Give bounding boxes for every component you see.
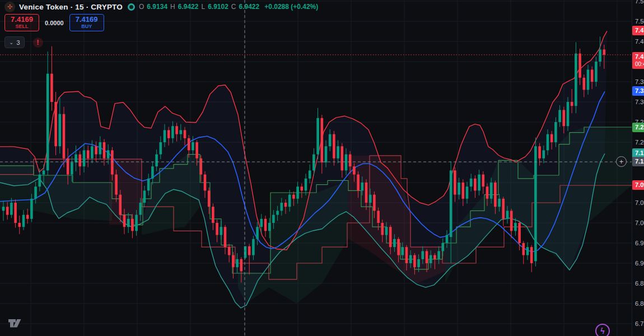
chart-tools: ⌄ 3 ! <box>4 36 43 48</box>
candle-body <box>498 199 501 207</box>
candle-body <box>200 158 203 175</box>
candle-body <box>195 142 198 158</box>
candle-body <box>67 158 69 175</box>
crosshair-label: 7.1514 <box>632 157 644 166</box>
candle-body <box>316 118 319 155</box>
candle-body <box>155 155 158 167</box>
candle-body <box>135 215 138 231</box>
candle-body <box>164 130 166 142</box>
candle-body <box>405 247 408 263</box>
candle-body <box>171 126 174 138</box>
axis-tick: 7.30 <box>635 99 644 105</box>
ohlc-high-value: 6.9422 <box>178 3 199 11</box>
candle-body <box>341 146 344 170</box>
candle-body <box>63 114 66 158</box>
candle-body <box>99 142 102 155</box>
candle-body <box>18 223 21 227</box>
trade-panel: 7.4169 SELL 0.0000 7.4169 BUY <box>4 14 104 31</box>
candle-body <box>71 162 73 175</box>
candle-body <box>296 186 299 199</box>
candle-body <box>39 175 41 187</box>
axis-tick: 6.95 <box>635 240 644 246</box>
object-count: 3 <box>16 39 20 46</box>
candle-body <box>228 247 231 255</box>
chart-canvas[interactable] <box>0 0 644 336</box>
candle-body <box>442 243 445 251</box>
candle-body <box>437 251 440 259</box>
candle-body <box>30 199 33 219</box>
sell-button[interactable]: 7.4169 SELL <box>4 14 39 31</box>
price-axis[interactable]: 7.557.507.457.407.357.307.257.207.157.10… <box>632 0 644 336</box>
ohlc-readout: O 6.9134 H 6.9422 L 6.9102 C 6.9422 <box>139 3 259 11</box>
candle-countdown: 00:42 <box>635 60 644 68</box>
axis-tick: 7.45 <box>635 38 644 45</box>
candle-body <box>510 211 513 231</box>
candle-body <box>490 183 493 199</box>
candle-body <box>54 102 57 146</box>
symbol-logo-icon[interactable]: ✣ <box>4 2 15 12</box>
buy-label: BUY <box>81 24 92 29</box>
candle-body <box>220 227 223 235</box>
candle-body <box>115 175 118 195</box>
candle-body <box>426 251 428 263</box>
candle-body <box>284 203 287 207</box>
market-status-icon[interactable] <box>128 3 135 11</box>
candle-body <box>147 179 150 191</box>
object-tree-chip[interactable]: ⌄ 3 <box>4 36 25 48</box>
candle-body <box>312 155 315 171</box>
error-alert-icon[interactable]: ! <box>33 38 43 48</box>
candle-body <box>50 74 53 102</box>
candle-body <box>260 219 263 227</box>
sell-label: SELL <box>15 24 28 29</box>
candle-body <box>43 170 45 174</box>
axis-tick: 7.00 <box>635 220 644 226</box>
last-price-label: 7.416900:42 <box>632 52 644 69</box>
axis-tick: 7.05 <box>635 199 644 206</box>
candle-body <box>578 54 581 78</box>
candle-body <box>103 142 106 158</box>
tradingview-logo-icon[interactable] <box>8 317 25 332</box>
candle-body <box>365 183 368 203</box>
candle-body <box>268 223 271 231</box>
candle-body <box>389 227 392 247</box>
candle-body <box>139 203 142 215</box>
axis-tick: 7.55 <box>635 0 644 4</box>
candle-body <box>91 146 94 158</box>
axis-tick: 6.85 <box>635 280 644 287</box>
candle-body <box>482 175 485 187</box>
candle-body <box>256 227 259 239</box>
boost-lightning-icon[interactable]: ϟ <box>595 324 610 336</box>
span-b-label: 7.0931 <box>632 180 644 190</box>
candle-body <box>329 134 332 147</box>
candle-body <box>534 146 537 261</box>
candle-body <box>119 195 122 215</box>
symbol-title[interactable]: Venice Token · 15 · CRYPTO <box>19 3 123 11</box>
axis-tick: 6.90 <box>635 260 644 267</box>
candle-body <box>595 62 598 82</box>
candle-body <box>575 54 577 106</box>
candle-body <box>10 203 13 215</box>
candle-body <box>393 239 396 247</box>
candle-body <box>151 166 154 179</box>
candle-body <box>22 215 25 227</box>
candle-body <box>417 259 420 267</box>
candle-body <box>558 110 561 122</box>
candle-body <box>458 183 460 195</box>
candle-body <box>554 122 557 142</box>
candle-body <box>567 102 570 126</box>
buy-button[interactable]: 7.4169 BUY <box>69 14 104 31</box>
candle-body <box>325 146 328 162</box>
candle-body <box>430 255 432 263</box>
candle-body <box>470 179 473 186</box>
candle-body <box>381 223 384 235</box>
candle-body <box>292 195 295 199</box>
candle-body <box>224 227 227 247</box>
candle-body <box>563 110 566 126</box>
candle-body <box>397 239 400 255</box>
candle-body <box>160 142 162 155</box>
candle-body <box>111 150 114 174</box>
axis-tick: 7.35 <box>635 78 644 85</box>
candle-body <box>478 175 480 191</box>
candle-body <box>204 175 207 191</box>
candle-body <box>522 243 525 255</box>
